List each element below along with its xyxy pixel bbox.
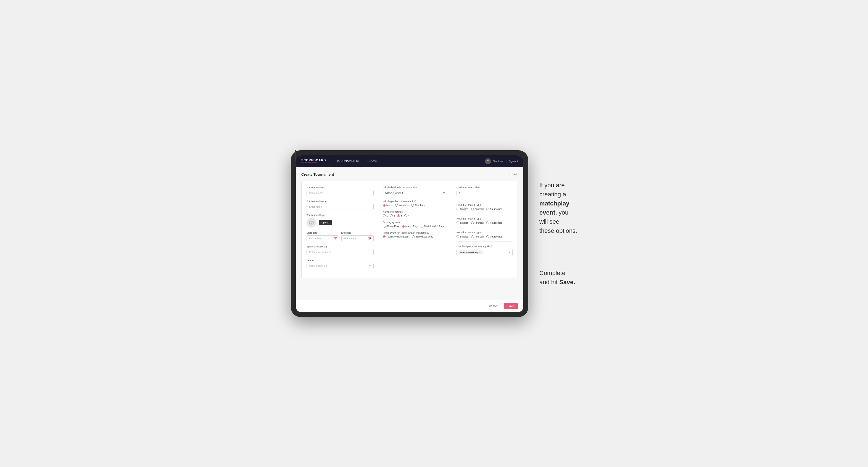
tablet-screen: SCOREBOARD Powered by clippit TOURNAMENT… <box>296 155 523 312</box>
tournament-host-label: Tournament Host <box>307 186 374 189</box>
tournament-name-input[interactable] <box>307 204 374 210</box>
end-date-input[interactable] <box>341 235 374 241</box>
teams-both-radio[interactable] <box>383 235 385 238</box>
logo-placeholder <box>307 218 316 227</box>
cancel-button[interactable]: Cancel <box>485 303 501 309</box>
main-content: Create Tournament ← Back Tournament Host… <box>296 167 523 300</box>
teams-label: Is this event for Teams and/or Individua… <box>383 231 447 234</box>
round2-singles-label[interactable]: Singles <box>460 221 468 224</box>
tournament-logo-label: Tournament logo <box>307 214 374 217</box>
brand-sub: Powered by clippit <box>301 162 326 163</box>
round-2-radio[interactable] <box>390 214 393 217</box>
end-date-wrapper: 📅 <box>341 235 374 241</box>
round2-match-type: Round 2 - Match Type Singles Fourball <box>457 217 513 224</box>
round-1-radio[interactable] <box>383 214 385 217</box>
round3-fourball-radio[interactable] <box>471 235 474 238</box>
round2-fourball-radio[interactable] <box>471 221 474 224</box>
start-date-label: Start date <box>307 231 339 234</box>
upload-button[interactable]: Upload <box>319 220 332 225</box>
round3-foursomes: Foursomes <box>486 235 502 238</box>
third-party-tag: Leaderboard King ✕ <box>459 250 483 254</box>
gender-womens-radio[interactable] <box>395 204 398 207</box>
tab-teams[interactable]: TEAMS <box>363 155 381 167</box>
division-group: Which division is the event for? NCAA Di… <box>383 186 447 196</box>
annotation-top: If you arecreating amatchplayevent, youw… <box>539 181 577 235</box>
back-button[interactable]: ← Back <box>508 173 518 176</box>
round1-fourball-label[interactable]: Fourball <box>475 208 484 211</box>
tablet-frame: SCOREBOARD Powered by clippit TOURNAMENT… <box>291 150 528 317</box>
signout-link[interactable]: Sign out <box>509 160 518 163</box>
annotation-bottom-line: Completeand hit Save. <box>539 270 575 286</box>
round1-options: Singles Fourball Foursomes <box>457 208 513 211</box>
divider-3 <box>457 227 513 228</box>
round-2-label[interactable]: 2 <box>394 214 395 217</box>
gender-combined-radio[interactable] <box>411 204 414 207</box>
scoring-stroke-radio[interactable] <box>383 225 385 227</box>
tab-tournaments[interactable]: TOURNAMENTS <box>333 155 363 167</box>
scoring-stroke-label[interactable]: Stroke Play <box>386 225 399 227</box>
round2-fourball: Fourball <box>471 221 484 224</box>
round3-singles-radio[interactable] <box>457 235 459 238</box>
round3-foursomes-radio[interactable] <box>486 235 489 238</box>
teams-individuals-label[interactable]: Individuals Only <box>415 235 433 238</box>
round-3-label[interactable]: 3 <box>401 214 402 217</box>
sponsor-input[interactable] <box>307 249 374 255</box>
round1-foursomes-label[interactable]: Foursomes <box>490 208 502 211</box>
gender-womens-label[interactable]: Womens <box>399 204 408 207</box>
round1-foursomes-radio[interactable] <box>486 208 489 211</box>
scoring-medal-label[interactable]: Medal Match Play <box>424 225 444 227</box>
round1-fourball-radio[interactable] <box>471 208 474 211</box>
round2-singles-radio[interactable] <box>457 221 459 224</box>
save-button[interactable]: Save <box>504 303 518 309</box>
gender-combined: Combined <box>411 204 426 207</box>
avatar: T <box>485 158 491 164</box>
round3-fourball-label[interactable]: Fourball <box>475 235 484 238</box>
svg-point-1 <box>311 222 312 223</box>
end-date-group: End date 📅 <box>341 231 374 241</box>
teams-individuals-radio[interactable] <box>412 235 415 238</box>
start-date-input[interactable] <box>307 235 339 241</box>
rounds-label: Number of rounds <box>383 211 447 213</box>
round-4: 4 <box>404 214 409 217</box>
gender-mens-radio[interactable] <box>383 204 385 207</box>
page-header: Create Tournament ← Back <box>301 172 518 177</box>
third-party-tag-input[interactable]: Leaderboard King ✕ ▼ <box>457 249 513 256</box>
teams-group: Is this event for Teams and/or Individua… <box>383 231 447 238</box>
start-date-group: Start date 📅 <box>307 231 339 241</box>
user-name: Test User <box>493 160 504 163</box>
round1-singles-radio[interactable] <box>457 208 459 211</box>
round-4-label[interactable]: 4 <box>408 214 409 217</box>
scoring-medal-radio[interactable] <box>421 225 423 227</box>
brand-title: SCOREBOARD <box>301 159 326 162</box>
gender-combined-label[interactable]: Combined <box>415 204 426 207</box>
max-team-size-input[interactable] <box>457 190 470 196</box>
round2-foursomes-radio[interactable] <box>486 221 489 224</box>
scoring-match-label[interactable]: Match Play <box>405 225 418 227</box>
sponsor-group: Sponsor (optional) <box>307 245 374 255</box>
gender-mens: Mens <box>383 204 393 207</box>
third-party-tag-close[interactable]: ✕ <box>479 251 481 254</box>
round1-singles-label[interactable]: Singles <box>460 208 468 211</box>
venue-input[interactable] <box>307 263 374 269</box>
round2-foursomes-label[interactable]: Foursomes <box>490 221 502 224</box>
round-1-label[interactable]: 1 <box>386 214 388 217</box>
venue-label: Venue <box>307 259 374 262</box>
round2-fourball-label[interactable]: Fourball <box>475 221 484 224</box>
round3-singles-label[interactable]: Singles <box>460 235 468 238</box>
round3-foursomes-label[interactable]: Foursomes <box>490 235 502 238</box>
teams-both-label[interactable]: Teams (+Individuals) <box>386 235 409 238</box>
scoring-match-radio[interactable] <box>402 225 405 227</box>
round2-options: Singles Fourball Foursomes <box>457 221 513 224</box>
division-select[interactable]: NCAA Division I NCAA Division II NCAA Di… <box>383 190 447 196</box>
annotation-save-bold: Save. <box>559 279 575 286</box>
end-date-label: End date <box>341 231 374 234</box>
round-3-radio[interactable] <box>397 214 400 217</box>
gender-mens-label[interactable]: Mens <box>386 204 393 207</box>
round-4-radio[interactable] <box>404 214 407 217</box>
third-party-group: Use third-party live scoring API? Leader… <box>457 245 513 256</box>
date-group: Start date 📅 End date <box>307 231 374 241</box>
round2-foursomes: Foursomes <box>486 221 502 224</box>
svg-rect-0 <box>310 221 313 224</box>
annotation-line1: If you arecreating amatchplayevent, youw… <box>539 182 577 234</box>
tournament-host-input[interactable] <box>307 190 374 196</box>
